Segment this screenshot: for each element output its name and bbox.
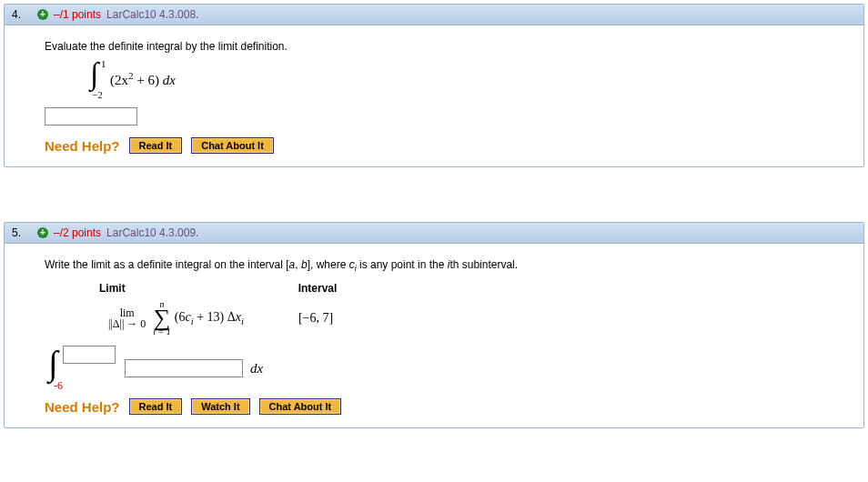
expand-icon[interactable]: + [37, 9, 48, 20]
interval-head: Interval [298, 282, 338, 295]
chat-about-it-button[interactable]: Chat About It [259, 398, 342, 415]
integral-expression: ∫ 1 −2 (2x2 + 6) dx [90, 60, 823, 98]
question-number: 4. [12, 8, 32, 21]
question-5: 5. + –/2 points LarCalc10 4.3.009. Write… [4, 222, 864, 428]
need-help-label: Need Help? [45, 138, 120, 154]
points-label: –/2 points [54, 226, 101, 239]
watch-it-button[interactable]: Watch It [191, 398, 249, 415]
question-body: Evaluate the definite integral by the li… [5, 25, 863, 166]
prompt-text: Evaluate the definite integral by the li… [45, 40, 823, 53]
lower-limit: −2 [92, 89, 103, 100]
prompt-text: Write the limit as a definite integral o… [45, 258, 823, 273]
read-it-button[interactable]: Read It [129, 137, 183, 154]
sum-term: (6ci + 13) Δxi [175, 310, 244, 326]
column-heads: Limit Interval [99, 282, 823, 295]
dx-label: dx [250, 361, 263, 377]
help-bar: Need Help? Read It Chat About It [45, 137, 823, 154]
limit-head: Limit [99, 282, 126, 295]
chat-about-it-button[interactable]: Chat About It [191, 137, 274, 154]
lim-stack: lim ||Δ|| → 0 [108, 307, 146, 329]
integrand-input[interactable] [125, 359, 243, 377]
question-number: 5. [12, 226, 32, 239]
question-header: 4. + –/1 points LarCalc10 4.3.008. [5, 5, 863, 25]
interval-value: [−6, 7] [298, 311, 333, 326]
answer-row [45, 107, 823, 128]
read-it-button[interactable]: Read It [129, 398, 183, 415]
integrand: (2x2 + 6) dx [110, 70, 176, 88]
upper-limit-input[interactable] [63, 346, 116, 364]
question-body: Write the limit as a definite integral o… [5, 244, 863, 427]
help-bar: Need Help? Read It Watch It Chat About I… [45, 398, 823, 415]
need-help-label: Need Help? [45, 399, 120, 415]
answer-input[interactable] [45, 107, 137, 126]
lower-limit-prefilled: -6 [54, 379, 63, 393]
question-header: 5. + –/2 points LarCalc10 4.3.009. [5, 223, 863, 244]
limit-expression: lim ||Δ|| → 0 n ∑ i = 1 (6ci + 13) Δxi [108, 300, 244, 336]
expand-icon[interactable]: + [37, 227, 48, 238]
upper-limit: 1 [101, 58, 106, 69]
points-label: –/1 points [54, 8, 101, 21]
sigma-icon: n ∑ i = 1 [153, 300, 171, 336]
limit-row: lim ||Δ|| → 0 n ∑ i = 1 (6ci + 13) Δxi [… [108, 300, 823, 336]
source-label: LarCalc10 4.3.009. [106, 226, 198, 239]
source-label: LarCalc10 4.3.008. [106, 8, 198, 21]
integral-symbol: ∫ 1 −2 [90, 60, 106, 98]
answer-integral-row: ∫ -6 dx [48, 347, 823, 389]
integral-symbol: ∫ -6 [48, 347, 68, 389]
question-4: 4. + –/1 points LarCalc10 4.3.008. Evalu… [4, 4, 864, 167]
